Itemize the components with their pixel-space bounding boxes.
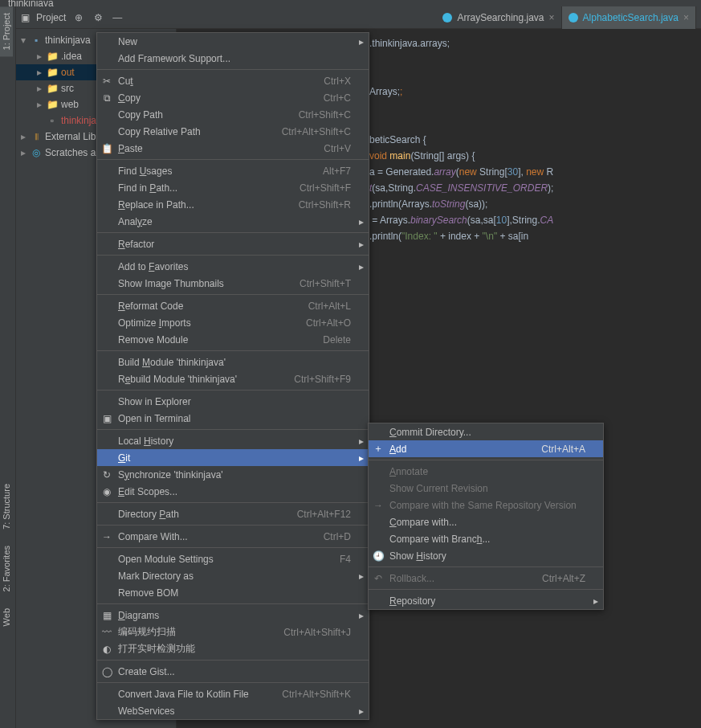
git-submenu-item[interactable]: Commit Directory... (369, 423, 603, 440)
context-menu-item[interactable]: Git▸ (97, 449, 369, 466)
separator (97, 603, 369, 604)
chevron-right-icon: ▸ (359, 216, 364, 227)
tool-tab-structure[interactable]: 7: Structure (0, 477, 13, 536)
context-menu-item[interactable]: ◉Edit Scopes... (97, 483, 369, 500)
menu-item-label: Show in Explorer (118, 396, 351, 407)
separator (369, 566, 603, 567)
context-menu-item[interactable]: Find in Path...Ctrl+Shift+F (97, 179, 369, 196)
context-menu-item[interactable]: ✂CutCtrl+X (97, 72, 369, 89)
context-menu-item[interactable]: ▦Diagrams▸ (97, 607, 369, 624)
tool-tab-web[interactable]: Web (0, 602, 13, 632)
context-menu-item[interactable]: Copy PathCtrl+Shift+C (97, 106, 369, 123)
menu-item-label: Git (118, 452, 351, 464)
context-menu-item[interactable]: ↻Synchronize 'thinkinjava' (97, 466, 369, 483)
context-menu-item[interactable]: Show in Explorer (97, 393, 369, 410)
menu-item-label: Find Usages (118, 166, 313, 177)
context-menu-item[interactable]: Directory PathCtrl+Alt+F12 (97, 505, 369, 522)
context-menu-item[interactable]: Analyze▸ (97, 213, 369, 230)
menu-item-label: Open Module Settings (118, 554, 330, 565)
chevron-right-icon: ▸ (593, 595, 598, 607)
folder-icon: ▣ (21, 12, 30, 23)
separator (97, 502, 369, 503)
context-menu-item[interactable]: ▣Open in Terminal (97, 410, 369, 427)
chevron-right-icon[interactable]: ▸ (19, 147, 27, 158)
menu-item-shortcut: Ctrl+Shift+R (299, 199, 351, 211)
context-menu-item[interactable]: New▸ (97, 33, 369, 50)
tool-tab-favorites[interactable]: 2: Favorites (0, 539, 13, 598)
context-menu-item[interactable]: ◐打开实时检测功能 (97, 640, 369, 657)
editor-tabs: ArraySearching.java × AlphabeticSearch.j… (436, 6, 696, 29)
chevron-right-icon: ▸ (359, 706, 364, 717)
close-icon[interactable]: × (683, 12, 689, 23)
context-menu-item[interactable]: Copy Relative PathCtrl+Alt+Shift+C (97, 123, 369, 140)
context-menu-item[interactable]: Build Module 'thinkinjava' (97, 354, 369, 370)
chevron-right-icon[interactable]: ▸ (35, 83, 43, 94)
menu-item-label: Compare with the Same Repository Version (389, 500, 585, 511)
context-menu-item[interactable]: Add to Favorites▸ (97, 258, 369, 275)
context-menu-item[interactable]: Optimize ImportsCtrl+Alt+O (97, 314, 369, 331)
tree-label: out (61, 67, 75, 78)
menu-item-label: Mark Directory as (118, 571, 351, 582)
menu-item-label: Add (389, 444, 532, 455)
gear-icon[interactable]: ⚙ (92, 11, 104, 24)
tool-tab-project[interactable]: 1: Project (0, 6, 13, 56)
git-submenu-item[interactable]: 🕘Show History (369, 547, 603, 564)
target-icon[interactable]: ⊕ (72, 11, 85, 24)
separator (97, 159, 369, 160)
close-icon[interactable]: × (549, 12, 555, 23)
context-menu-item[interactable]: Remove ModuleDelete (97, 331, 369, 348)
git-submenu: Commit Directory...＋AddCtrl+Alt+AAnnotat… (368, 423, 604, 610)
chevron-right-icon[interactable]: ▸ (35, 99, 43, 110)
git-submenu-item[interactable]: Compare with... (369, 513, 603, 530)
chevron-right-icon: ▸ (359, 436, 364, 447)
context-menu-item[interactable]: 📋PasteCtrl+V (97, 140, 369, 157)
git-submenu-item: Annotate (369, 463, 603, 480)
menu-item-label: Show History (389, 550, 585, 562)
context-menu-item[interactable]: Replace in Path...Ctrl+Shift+R (97, 196, 369, 213)
context-menu-item[interactable]: 〰编码规约扫描Ctrl+Alt+Shift+J (97, 624, 369, 640)
context-menu-item[interactable]: Mark Directory as▸ (97, 567, 369, 584)
context-menu-item[interactable]: Open Module SettingsF4 (97, 550, 369, 567)
menu-item-shortcut: F4 (340, 554, 351, 565)
chevron-right-icon[interactable]: ▸ (35, 67, 43, 78)
folder-icon: 📁 (47, 51, 58, 62)
context-menu-item[interactable]: ⧉CopyCtrl+C (97, 89, 369, 106)
menu-item-shortcut: Ctrl+Shift+T (300, 278, 351, 289)
separator (97, 350, 369, 351)
menu-item-shortcut: Ctrl+Shift+F (300, 182, 351, 194)
context-menu-item[interactable]: Remove BOM (97, 584, 369, 601)
chevron-right-icon[interactable]: ▸ (35, 51, 43, 62)
menu-item-shortcut: Ctrl+C (324, 92, 351, 104)
context-menu-item[interactable]: Show Image ThumbnailsCtrl+Shift+T (97, 275, 369, 292)
chevron-right-icon: ▸ (359, 261, 364, 272)
context-menu-item[interactable]: Find UsagesAlt+F7 (97, 162, 369, 179)
git-submenu-item[interactable]: ＋AddCtrl+Alt+A (369, 440, 603, 457)
project-dropdown[interactable]: Project (36, 12, 66, 23)
context-menu-item[interactable]: Convert Java File to Kotlin FileCtrl+Alt… (97, 685, 369, 702)
menu-item-label: Convert Java File to Kotlin File (118, 689, 272, 700)
scratches-icon: ◎ (31, 147, 42, 158)
chevron-down-icon[interactable]: ▾ (19, 35, 27, 46)
menu-item-label: Diagrams (118, 610, 351, 621)
context-menu-item[interactable]: Local History▸ (97, 432, 369, 449)
context-menu-item[interactable]: Rebuild Module 'thinkinjava'Ctrl+Shift+F… (97, 370, 369, 387)
git-submenu-item[interactable]: Compare with Branch... (369, 530, 603, 547)
menu-item-icon: 〰 (100, 627, 113, 638)
context-menu-item[interactable]: →Compare With...Ctrl+D (97, 528, 369, 545)
context-menu-item[interactable]: ◯Create Gist... (97, 663, 369, 680)
chevron-right-icon[interactable]: ▸ (19, 131, 27, 142)
tab-array-searching[interactable]: ArraySearching.java × (436, 6, 561, 29)
context-menu-item[interactable]: WebServices▸ (97, 702, 369, 719)
context-menu-item[interactable]: Refactor▸ (97, 235, 369, 252)
separator (97, 547, 369, 548)
tab-alphabetic-search[interactable]: AlphabeticSearch.java × (562, 6, 696, 29)
context-menu-item[interactable]: Add Framework Support... (97, 50, 369, 67)
collapse-icon[interactable]: — (111, 11, 124, 24)
menu-item-icon: ＋ (372, 442, 385, 456)
context-menu-item[interactable]: Reformat CodeCtrl+Alt+L (97, 297, 369, 314)
menu-item-icon: → (372, 500, 385, 511)
git-submenu-item[interactable]: Repository▸ (369, 592, 603, 609)
menu-item-label: Show Image Thumbnails (118, 278, 290, 289)
menu-item-label: Copy (118, 92, 314, 104)
menu-item-shortcut: Ctrl+D (324, 531, 351, 542)
